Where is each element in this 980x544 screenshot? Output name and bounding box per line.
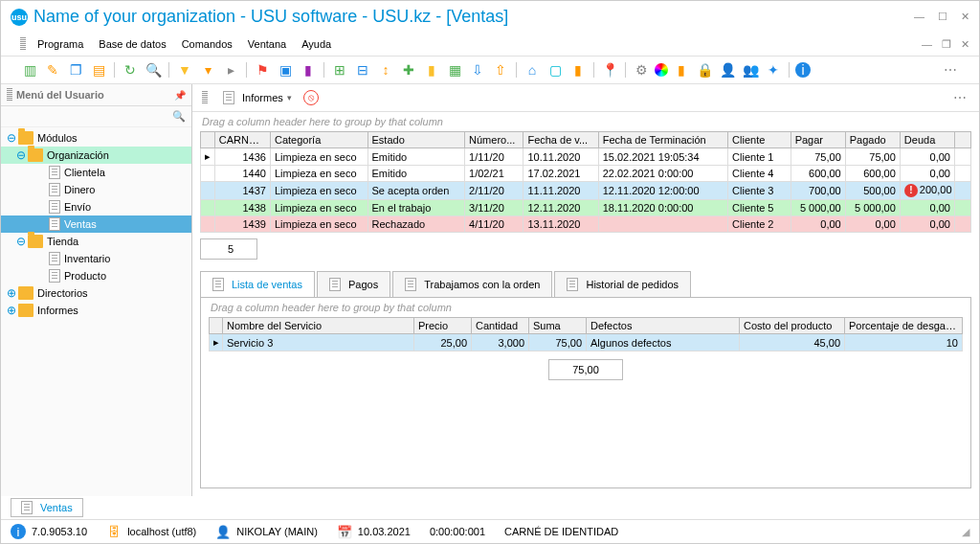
tree-ventas[interactable]: Ventas — [1, 215, 191, 233]
group-icon[interactable]: ▸ — [221, 60, 240, 79]
col-nombre[interactable]: Nombre del Servicio — [223, 318, 414, 334]
image-icon[interactable]: ▣ — [276, 60, 295, 79]
pin-icon[interactable]: 📍 — [600, 60, 619, 79]
tree-inventario[interactable]: Inventario — [1, 250, 191, 267]
palette-icon[interactable] — [655, 63, 668, 77]
note-icon[interactable]: ▮ — [422, 60, 441, 79]
page-icon — [405, 278, 416, 291]
filter-icon[interactable]: ▼ — [175, 60, 194, 79]
layout-icon[interactable]: ⊞ — [330, 60, 349, 79]
tree-organizacion[interactable]: ⊖Organización — [1, 147, 191, 164]
window-tab-ventas[interactable]: Ventas — [11, 498, 83, 517]
col-porcentaje[interactable]: Porcentaje de desgaste del pr... — [845, 318, 963, 334]
status-user: NIKOLAY (MAIN) — [236, 526, 318, 537]
tree-modulos[interactable]: ⊖Módulos — [1, 129, 191, 147]
col-cat[interactable]: Categoría — [270, 132, 368, 148]
tab-lista[interactable]: Lista de ventas — [200, 271, 315, 297]
mdi-close-button[interactable]: ✕ — [961, 38, 969, 51]
col-pagado[interactable]: Pagado — [845, 132, 900, 148]
export-icon[interactable]: ⇧ — [491, 60, 510, 79]
lock-icon[interactable]: 🔒 — [695, 60, 714, 79]
menu-programa[interactable]: Programa — [30, 34, 91, 54]
info-icon[interactable]: i — [795, 62, 811, 78]
edit-icon[interactable]: ✎ — [43, 60, 62, 79]
add-icon[interactable]: ✚ — [399, 60, 418, 79]
rss-icon[interactable]: ▮ — [672, 60, 691, 79]
tab-historial[interactable]: Historial de pedidos — [554, 271, 691, 297]
col-costo[interactable]: Costo del producto — [740, 318, 845, 334]
detail-tabs: Lista de ventas Pagos Trabajamos con la … — [200, 271, 971, 297]
col-ft[interactable]: Fecha de Terminación — [598, 132, 727, 148]
status-id: CARNÉ DE IDENTIDAD — [504, 526, 618, 537]
more-icon[interactable]: ⋯ — [950, 88, 969, 107]
informes-dropdown[interactable]: Informes▾ — [217, 89, 298, 106]
page-icon — [49, 200, 60, 214]
menu-base[interactable]: Base de datos — [91, 34, 173, 54]
minimize-button[interactable]: — — [914, 11, 924, 23]
col-id[interactable]: CARNÉ ... — [214, 132, 270, 148]
refresh-icon[interactable]: ↻ — [121, 60, 140, 79]
user-icon[interactable]: 👤 — [718, 60, 737, 79]
import-icon[interactable]: ⇩ — [468, 60, 487, 79]
new-icon[interactable]: ▥ — [20, 60, 39, 79]
tree-icon[interactable]: ⊟ — [353, 60, 372, 79]
maximize-button[interactable]: ☐ — [938, 11, 947, 23]
reports-grip-icon — [202, 91, 208, 104]
menu-ayuda[interactable]: Ayuda — [294, 34, 339, 54]
col-suma[interactable]: Suma — [529, 318, 587, 334]
tree-clientela[interactable]: Clientela — [1, 164, 191, 181]
col-precio[interactable]: Precio — [414, 318, 472, 334]
table-row[interactable]: 1440Limpieza en secoEmitido1/02/2117.02.… — [201, 166, 971, 182]
more-icon[interactable]: ⋯ — [941, 60, 960, 79]
close-button[interactable]: ✕ — [961, 11, 969, 23]
chart-icon[interactable]: ▮ — [568, 60, 588, 79]
table-row[interactable]: ▸Servicio 325,003,00075,00Algunos defect… — [210, 334, 963, 351]
flag-icon[interactable]: ⚑ — [253, 60, 272, 79]
stop-icon[interactable]: ⦸ — [303, 90, 319, 105]
col-est[interactable]: Estado — [368, 132, 465, 148]
users-icon[interactable]: 👥 — [741, 60, 760, 79]
page-icon — [49, 217, 60, 231]
expand-icon[interactable]: ↕ — [376, 60, 395, 79]
tree-producto[interactable]: Producto — [1, 267, 191, 284]
tree-envio[interactable]: Envío — [1, 198, 191, 215]
table-row[interactable]: 1439Limpieza en secoRechazado4/11/2013.1… — [201, 216, 971, 233]
table-row[interactable]: ▸1436Limpieza en secoEmitido1/11/2010.11… — [201, 148, 971, 166]
excel-icon[interactable]: ▦ — [445, 60, 464, 79]
color-icon[interactable]: ▮ — [299, 60, 318, 79]
sidebar-search-icon[interactable]: 🔍 — [172, 110, 186, 123]
tree-dinero[interactable]: Dinero — [1, 181, 191, 198]
ventas-grid[interactable]: CARNÉ ... Categoría Estado Número... Fec… — [200, 131, 971, 233]
key-icon[interactable]: ✦ — [764, 60, 783, 79]
copy-icon[interactable]: ❐ — [66, 60, 85, 79]
window-icon[interactable]: ⌂ — [523, 60, 542, 79]
menu-ventana[interactable]: Ventana — [240, 34, 294, 54]
search-icon[interactable]: 🔍 — [144, 60, 163, 79]
col-fv[interactable]: Fecha de v... — [523, 132, 598, 148]
col-defectos[interactable]: Defectos — [587, 318, 740, 334]
resize-grip-icon[interactable]: ◢ — [962, 526, 969, 538]
col-cli[interactable]: Cliente — [728, 132, 791, 148]
main-toolbar: ▥ ✎ ❐ ▤ ↻ 🔍 ▼ ▾ ▸ ⚑ ▣ ▮ ⊞ ⊟ ↕ ✚ ▮ ▦ ⇩ ⇧ … — [1, 57, 979, 84]
tab-trabajamos[interactable]: Trabajamos con la orden — [392, 271, 552, 297]
menu-comandos[interactable]: Comandos — [174, 34, 240, 54]
table-row[interactable]: 1438Limpieza en secoEn el trabajo3/11/20… — [201, 200, 971, 216]
col-deuda[interactable]: Deuda — [900, 132, 954, 148]
paste-icon[interactable]: ▤ — [89, 60, 108, 79]
detail-grid[interactable]: Nombre del Servicio Precio Cantidad Suma… — [209, 317, 963, 351]
col-cantidad[interactable]: Cantidad — [472, 318, 529, 334]
tree-tienda[interactable]: ⊖Tienda — [1, 233, 191, 250]
tree-directorios[interactable]: ⊕Directorios — [1, 284, 191, 302]
col-num[interactable]: Número... — [465, 132, 523, 148]
tree-informes[interactable]: ⊕Informes — [1, 302, 191, 319]
col-pagar[interactable]: Pagar — [791, 132, 845, 148]
monitor-icon[interactable]: ▢ — [546, 60, 565, 79]
sort-icon[interactable]: ▾ — [198, 60, 217, 79]
tab-pagos[interactable]: Pagos — [317, 271, 390, 297]
pin-icon[interactable]: 📌 — [174, 90, 186, 101]
table-row[interactable]: 1437Limpieza en secoSe acepta orden2/11/… — [201, 182, 971, 200]
gear-icon[interactable]: ⚙ — [632, 60, 651, 79]
grid-header-row: CARNÉ ... Categoría Estado Número... Fec… — [201, 132, 971, 148]
mdi-minimize-button[interactable]: — — [922, 38, 932, 51]
mdi-restore-button[interactable]: ❐ — [942, 38, 951, 51]
